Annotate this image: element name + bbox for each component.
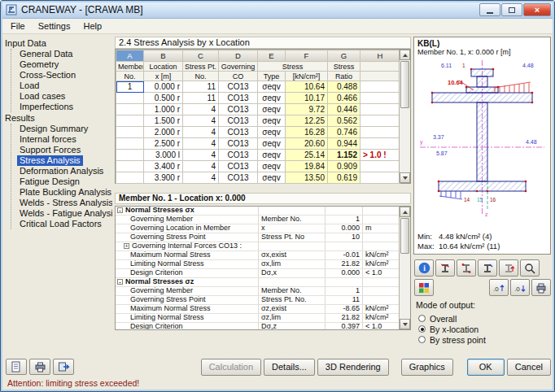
sidebar-item-welds-stress-analysis[interactable]: Welds - Stress Analysis bbox=[17, 198, 112, 208]
cell[interactable]: CO13 bbox=[219, 172, 258, 184]
cell[interactable]: σeqv bbox=[258, 104, 286, 115]
mode-option-overall[interactable]: Overall bbox=[416, 313, 486, 324]
cell[interactable]: CO13 bbox=[219, 150, 258, 161]
cell[interactable]: CO13 bbox=[219, 81, 258, 93]
cell[interactable] bbox=[361, 138, 400, 150]
cell[interactable]: σeqv bbox=[258, 115, 286, 127]
cell[interactable]: 1 bbox=[116, 81, 144, 93]
table-scroll-up-button[interactable] bbox=[400, 50, 410, 60]
cell[interactable] bbox=[116, 161, 144, 172]
cell[interactable]: 0.944 bbox=[328, 138, 361, 150]
cell[interactable] bbox=[116, 115, 144, 127]
sidebar-item-load[interactable]: Load bbox=[17, 81, 42, 91]
print-graphic-button[interactable] bbox=[531, 279, 551, 296]
decimal-decrease-button[interactable]: .0 bbox=[510, 279, 530, 296]
cell[interactable] bbox=[361, 115, 400, 127]
details-scroll-up-button[interactable] bbox=[400, 207, 410, 217]
cell[interactable]: σeqv bbox=[258, 150, 286, 161]
cell[interactable]: 16.28 bbox=[286, 127, 328, 138]
sidebar-item-critical-load-factors[interactable]: Critical Load Factors bbox=[17, 219, 104, 229]
menu-file[interactable]: File bbox=[4, 20, 32, 33]
details-scrollbar[interactable] bbox=[399, 207, 410, 329]
stress-points-button[interactable] bbox=[457, 259, 476, 277]
cell[interactable]: CO13 bbox=[219, 127, 258, 138]
ok-button[interactable]: OK bbox=[467, 359, 505, 376]
cancel-button[interactable]: Cancel bbox=[507, 359, 551, 376]
info-button[interactable]: i bbox=[414, 259, 434, 277]
cell[interactable]: 0.909 bbox=[328, 161, 361, 172]
details-row-design-criterion[interactable]: Design CriterionDσ,z0.397< 1.0 bbox=[116, 323, 400, 329]
cell[interactable]: 4 bbox=[183, 104, 219, 115]
rendering-button[interactable]: 3D Rendering bbox=[317, 359, 389, 376]
sidebar-item-internal-forces[interactable]: Internal forces bbox=[17, 134, 79, 145]
sidebar-item-cross-section[interactable]: Cross-Section bbox=[17, 70, 78, 81]
color-scale-button[interactable] bbox=[414, 279, 434, 296]
minimize-button[interactable] bbox=[479, 3, 500, 16]
cell[interactable]: 4 bbox=[183, 161, 219, 172]
max-indicator-button[interactable] bbox=[499, 259, 518, 277]
details-row-governing-stress-point[interactable]: Governing Stress PointStress Pt. No10 bbox=[116, 233, 400, 242]
cell[interactable]: σeqv bbox=[258, 172, 286, 184]
cell[interactable]: CO13 bbox=[219, 115, 258, 127]
cell[interactable]: 0.466 bbox=[328, 93, 361, 104]
column-header-A[interactable]: A bbox=[116, 50, 144, 62]
sidebar-item-support-forces[interactable]: Support Forces bbox=[17, 145, 83, 155]
cell[interactable]: 1.000 r bbox=[144, 104, 183, 115]
cell[interactable] bbox=[361, 93, 400, 104]
cell[interactable]: CO13 bbox=[219, 138, 258, 150]
zoom-section-button[interactable] bbox=[520, 259, 540, 277]
cell[interactable]: 4 bbox=[183, 115, 219, 127]
column-header-B[interactable]: B bbox=[144, 50, 183, 62]
close-button[interactable]: × bbox=[523, 3, 551, 16]
cell[interactable]: 9.72 bbox=[286, 104, 328, 115]
sidebar-item-load-cases[interactable]: Load cases bbox=[17, 91, 68, 102]
cell[interactable] bbox=[116, 104, 144, 115]
cell[interactable]: 3.000 l bbox=[144, 150, 183, 161]
cell[interactable]: 1.500 r bbox=[144, 115, 183, 127]
column-header-H[interactable]: H bbox=[361, 50, 400, 62]
cell[interactable]: 0.562 bbox=[328, 115, 361, 127]
cell[interactable]: 3.400 r bbox=[144, 161, 183, 172]
cell[interactable] bbox=[361, 161, 400, 172]
details-row-design-criterion[interactable]: Design CriterionDσ,x0.000< 1.0 bbox=[116, 269, 400, 278]
column-header-G[interactable]: G bbox=[328, 50, 361, 62]
cell[interactable]: 4 bbox=[183, 127, 219, 138]
decimal-increase-button[interactable]: .0 bbox=[489, 279, 509, 296]
details-scrollbar-thumb[interactable] bbox=[400, 218, 409, 254]
cell[interactable]: 0.500 r bbox=[144, 93, 183, 104]
cell[interactable]: CO13 bbox=[219, 104, 258, 115]
column-header-F[interactable]: F bbox=[286, 50, 328, 62]
cell[interactable]: σeqv bbox=[258, 127, 286, 138]
cell[interactable]: 0.446 bbox=[328, 104, 361, 115]
cell[interactable] bbox=[116, 93, 144, 104]
cell[interactable]: 4 bbox=[183, 172, 219, 184]
menu-settings[interactable]: Settings bbox=[32, 20, 77, 33]
expand-icon[interactable]: + bbox=[124, 243, 129, 249]
cross-section-view[interactable]: KB(L) Member No. 1, x: 0.000 r [m] bbox=[413, 37, 551, 255]
cell[interactable]: 25.14 bbox=[286, 150, 328, 161]
radio-icon[interactable] bbox=[418, 325, 426, 333]
cell[interactable] bbox=[361, 81, 400, 93]
result-values-button[interactable] bbox=[478, 259, 497, 277]
sidebar-item-geometry[interactable]: Geometry bbox=[17, 59, 61, 70]
details-button[interactable]: Details... bbox=[264, 359, 315, 376]
cell[interactable] bbox=[116, 172, 144, 184]
sidebar-item-plate-buckling-analysis[interactable]: Plate Buckling Analysis bbox=[17, 187, 112, 198]
cell[interactable] bbox=[361, 104, 400, 115]
cell[interactable]: 0.746 bbox=[328, 127, 361, 138]
cell[interactable]: CO13 bbox=[219, 93, 258, 104]
cell[interactable]: 10.17 bbox=[286, 93, 328, 104]
cell[interactable] bbox=[116, 138, 144, 150]
cell[interactable]: > 1.0 ! bbox=[361, 150, 400, 161]
sidebar-item-fatigue-design[interactable]: Fatigue Design bbox=[17, 176, 82, 187]
menu-help[interactable]: Help bbox=[76, 20, 108, 33]
tree-section-input-data[interactable]: Input Data bbox=[5, 38, 112, 49]
table-scrollbar[interactable] bbox=[399, 50, 410, 183]
report-button[interactable] bbox=[6, 359, 27, 375]
cell[interactable]: 0.000 r bbox=[144, 81, 183, 93]
cell[interactable]: 0.619 bbox=[328, 172, 361, 184]
cell[interactable]: 2.000 r bbox=[144, 127, 183, 138]
collapse-icon[interactable]: - bbox=[117, 207, 123, 213]
cell[interactable]: 19.84 bbox=[286, 161, 328, 172]
sidebar-item-general-data[interactable]: General Data bbox=[17, 49, 75, 59]
